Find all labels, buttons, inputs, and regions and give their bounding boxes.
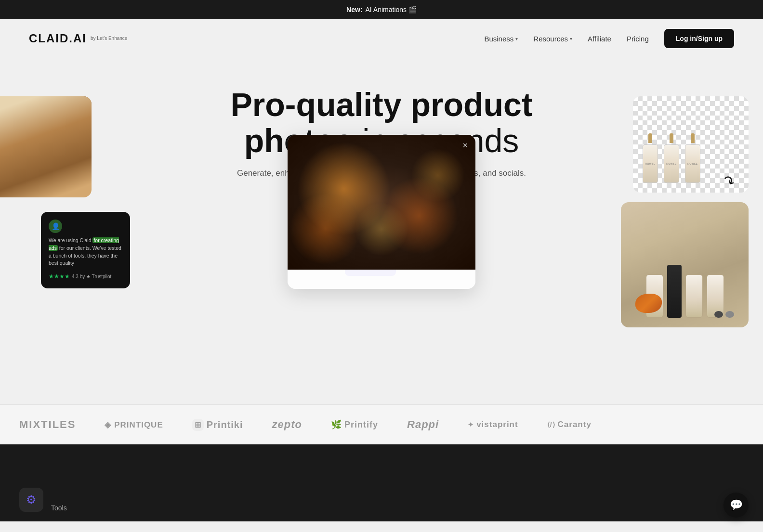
partners-bar: MIXTILES ◈ PRINTIQUE ⊞ Printiki zepto 🌿 …	[0, 404, 763, 444]
pebble-dark	[714, 311, 723, 318]
bottle-2: ROWSE	[664, 133, 679, 183]
tools-label: Tools	[51, 504, 67, 512]
logo[interactable]: CLAID.AI by Let's Enhance	[29, 32, 127, 45]
printify-icon: 🌿	[331, 419, 342, 430]
chat-icon: 💬	[730, 499, 743, 511]
main-nav: Business ▾ Resources ▾ Affiliate Pricing…	[484, 29, 734, 48]
modal-close-button[interactable]: ×	[462, 141, 468, 151]
promo-modal: ×	[288, 135, 475, 289]
partner-caranty: ⟨/⟩ Caranty	[547, 420, 592, 429]
partner-zepto: zepto	[272, 418, 302, 431]
announcement-prefix: New:	[346, 6, 362, 13]
partner-printify: 🌿 Printify	[331, 419, 378, 430]
bokeh-effect	[288, 135, 475, 270]
logo-text: CLAID.AI	[29, 32, 87, 45]
bottle-body: ROWSE	[664, 144, 679, 183]
printiki-icon: ⊞	[192, 419, 204, 431]
nav-resources[interactable]: Resources ▾	[533, 35, 572, 43]
partner-printique: ◈ PRINTIQUE	[105, 420, 163, 430]
partner-rappi: Rappi	[407, 418, 439, 431]
partner-printiki: ⊞ Printiki	[192, 419, 243, 431]
printique-icon: ◈	[105, 420, 111, 429]
hero-product-image-bottom	[621, 202, 749, 327]
review-card: 👤 We are using Claid for creating ads fo…	[41, 212, 130, 288]
logo-subtitle: by Let's Enhance	[91, 36, 127, 41]
stars-icon: ★★★★	[49, 272, 70, 281]
announcement-bar: New: AI Animations 🎬	[0, 0, 763, 19]
bottle-body: ROWSE	[685, 144, 700, 183]
partner-mixtiles: MIXTILES	[19, 418, 76, 431]
chat-bubble-button[interactable]: 💬	[724, 493, 749, 518]
tools-icon: ⚙	[26, 493, 37, 506]
nav-pricing[interactable]: Pricing	[627, 35, 649, 43]
header: CLAID.AI by Let's Enhance Business ▾ Res…	[0, 19, 763, 58]
login-signup-button[interactable]: Log in/Sign up	[664, 29, 734, 48]
announcement-text: AI Animations 🎬	[365, 6, 417, 13]
rating-value: 4.3 by ★ Trustpilot	[72, 273, 111, 280]
modal-content	[288, 270, 475, 289]
nav-affiliate[interactable]: Affiliate	[588, 35, 611, 43]
bottle-top	[648, 133, 652, 143]
bottle-top	[670, 133, 673, 143]
product-bottle-3	[685, 274, 703, 318]
bottle-body: ROWSE	[643, 144, 658, 183]
nav-business[interactable]: Business ▾	[484, 35, 518, 43]
review-highlight: for creating ads	[49, 237, 119, 251]
vistaprint-icon: ✦	[468, 421, 474, 428]
pebbles-decoration	[714, 311, 734, 318]
modal-image	[288, 135, 475, 270]
hero-section: 👤 We are using Claid for creating ads fo…	[0, 58, 763, 376]
caranty-icon: ⟨/⟩	[547, 421, 555, 428]
chevron-down-icon: ▾	[515, 36, 518, 41]
review-stars: ★★★★ 4.3 by ★ Trustpilot	[49, 272, 122, 281]
bottle-3: ROWSE	[685, 133, 700, 183]
review-text: We are using Claid for creating ads for …	[49, 237, 122, 267]
product-bottle-2	[667, 265, 682, 318]
bottle-top	[691, 133, 695, 143]
bottom-section: ⚙ Tools	[0, 444, 763, 521]
chevron-down-icon: ▾	[570, 36, 572, 41]
product-scene	[621, 202, 749, 327]
stone-decoration	[635, 294, 662, 313]
hero-sofa-image	[0, 96, 92, 197]
review-avatar: 👤	[49, 220, 62, 233]
bottle-1: ROWSE	[643, 133, 658, 183]
tools-icon-container[interactable]: ⚙	[19, 488, 43, 512]
sofa-shape	[0, 96, 92, 197]
partner-vistaprint: ✦ vistaprint	[468, 420, 518, 429]
pebble-light	[725, 311, 734, 318]
